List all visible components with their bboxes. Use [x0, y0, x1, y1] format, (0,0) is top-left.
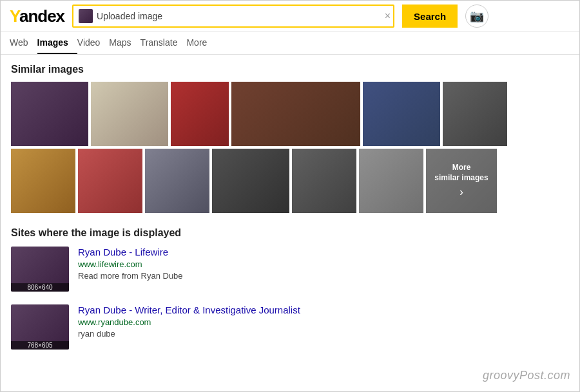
- more-overlay-arrow: ›: [459, 185, 463, 199]
- thumb-badge-2: 768×605: [11, 341, 69, 350]
- image-cell-12[interactable]: [359, 149, 423, 213]
- image-cell-2[interactable]: [91, 82, 168, 146]
- image-cell-3[interactable]: [171, 82, 229, 146]
- similar-images-title: Similar images: [11, 64, 569, 75]
- thumb-preview: [79, 9, 93, 23]
- site-link-1[interactable]: Ryan Dube - Lifewire: [78, 247, 569, 257]
- nav-more[interactable]: More: [186, 32, 216, 54]
- camera-icon: 📷: [470, 9, 484, 23]
- search-input-text: Uploaded image: [97, 11, 377, 21]
- search-bar: Uploaded image ×: [72, 5, 394, 28]
- site-desc-2: ryan dube: [78, 329, 569, 339]
- site-link-2[interactable]: Ryan Dube - Writer, Editor & Investigati…: [78, 304, 569, 315]
- image-cell-1[interactable]: [11, 82, 88, 146]
- site-url-1: www.lifewire.com: [78, 259, 569, 269]
- site-thumb-2[interactable]: 768×605: [11, 304, 69, 350]
- nav-video[interactable]: Video: [77, 32, 110, 54]
- logo-y: Y: [10, 6, 19, 26]
- site-url-2: www.ryandube.com: [78, 317, 569, 327]
- image-cell-10[interactable]: [212, 149, 289, 213]
- site-info-2: Ryan Dube - Writer, Editor & Investigati…: [78, 304, 569, 339]
- camera-button[interactable]: 📷: [465, 5, 488, 28]
- image-cell-8[interactable]: [78, 149, 142, 213]
- image-cell-6[interactable]: [443, 82, 507, 146]
- site-info-1: Ryan Dube - Lifewire www.lifewire.com Re…: [78, 247, 569, 281]
- logo-andex: andex: [19, 6, 64, 26]
- more-images-cell[interactable]: Moresimilar images ›: [426, 149, 497, 213]
- site-desc-1: Read more from Ryan Dube: [78, 271, 569, 281]
- thumb-badge-1: 806×640: [11, 283, 69, 292]
- search-button[interactable]: Search: [402, 5, 458, 28]
- image-row-1: [11, 82, 569, 146]
- site-thumb-1[interactable]: 806×640: [11, 247, 69, 292]
- nav-web[interactable]: Web: [10, 32, 37, 54]
- image-cell-9[interactable]: [145, 149, 209, 213]
- image-cell-4[interactable]: [231, 82, 360, 146]
- image-cell-11[interactable]: [292, 149, 356, 213]
- search-bar-inner: Uploaded image: [73, 9, 382, 23]
- main-content: Similar images Moresimilar images ›: [1, 55, 579, 371]
- nav-translate[interactable]: Translate: [140, 32, 187, 54]
- image-grid: Moresimilar images ›: [11, 82, 569, 213]
- yandex-logo[interactable]: Yandex: [10, 6, 64, 26]
- more-overlay-text: Moresimilar images: [434, 163, 488, 183]
- uploaded-thumbnail: [79, 9, 93, 23]
- nav-maps[interactable]: Maps: [109, 32, 140, 54]
- site-result-2: 768×605 Ryan Dube - Writer, Editor & Inv…: [11, 304, 569, 350]
- site-result-1: 806×640 Ryan Dube - Lifewire www.lifewir…: [11, 247, 569, 292]
- image-row-2: Moresimilar images ›: [11, 149, 569, 213]
- nav-bar: Web Images Video Maps Translate More: [1, 32, 579, 55]
- header: Yandex Uploaded image × Search 📷: [1, 1, 579, 32]
- image-cell-7[interactable]: [11, 149, 75, 213]
- nav-images[interactable]: Images: [37, 32, 77, 54]
- clear-button[interactable]: ×: [382, 10, 393, 22]
- more-overlay: Moresimilar images ›: [426, 149, 497, 213]
- sites-title: Sites where the image is displayed: [11, 227, 569, 239]
- image-cell-5[interactable]: [363, 82, 440, 146]
